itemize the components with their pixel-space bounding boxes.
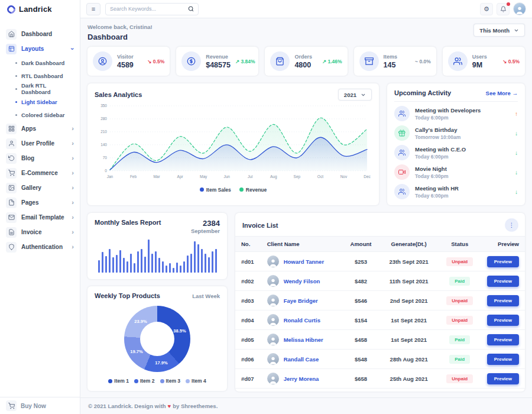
sidebar-subitem-dark-dashboard[interactable]: Dark Dashboard	[0, 56, 80, 69]
bullet-icon	[15, 101, 17, 103]
bullet-icon	[15, 114, 17, 116]
mail-icon	[6, 212, 17, 223]
sidebar-item-pages[interactable]: Pages ›	[0, 195, 80, 210]
period-select[interactable]: This Month	[473, 24, 525, 37]
notifications-button[interactable]	[497, 3, 510, 15]
hamburger-menu-icon[interactable]: ≡	[86, 3, 100, 15]
sidebar-item-user-profile[interactable]: User Profile ›	[0, 136, 80, 151]
preview-button[interactable]: Preview	[487, 256, 519, 267]
activity-item[interactable]: Movie NightToday 6:00pm ↓	[394, 164, 518, 180]
bullet-icon	[15, 88, 17, 90]
brand-logo[interactable]: Landrick	[0, 0, 80, 18]
donut-hole	[140, 322, 174, 356]
sidebar-subitem-light-sidebar[interactable]: Light Sidebar	[0, 95, 80, 108]
chevron-right-icon: ›	[72, 185, 74, 191]
topbar-actions: ⚙	[480, 2, 526, 15]
gear-icon: ⚙	[484, 5, 489, 13]
table-row: #d02 Wendy Filson $482 11th Sept 2021 Pa…	[235, 271, 525, 291]
monthly-sales-period: September	[191, 228, 220, 234]
sidebar-item-label: Gallery	[21, 185, 41, 191]
monthly-sales-value: 2384	[191, 219, 220, 228]
sidebar-item-layouts[interactable]: Layouts ›	[0, 41, 80, 56]
preview-button[interactable]: Preview	[487, 276, 519, 287]
col-client: Client Name	[261, 237, 343, 252]
stat-card-users: Users9M ↘ 0.5%	[443, 47, 525, 76]
preview-button[interactable]: Preview	[487, 373, 519, 384]
file-icon	[6, 198, 17, 208]
see-more-link[interactable]: See More →	[486, 90, 518, 96]
sidebar-item-label: E-Commerce	[21, 170, 58, 176]
sidebar-item-invoice[interactable]: Invoice ›	[0, 225, 80, 240]
topbar: ≡ ⚙	[80, 0, 532, 18]
client-link[interactable]: Wendy Filson	[284, 278, 320, 284]
client-link[interactable]: Jerry Morena	[284, 376, 319, 382]
year-select[interactable]: 2021	[338, 89, 372, 101]
sidebar-item-label: Pages	[21, 199, 38, 206]
status-badge: Paid	[449, 335, 470, 344]
users-icon	[394, 106, 410, 121]
users-icon	[448, 51, 468, 71]
bullet-icon	[15, 62, 17, 64]
stat-card-revenue: Revenue$48575 ↗ 3.84%	[176, 47, 258, 76]
preview-button[interactable]: Preview	[487, 315, 519, 326]
sidebar-item-email-template[interactable]: Email Template ›	[0, 210, 80, 225]
activity-item[interactable]: Cally's BirthdayTomorrow 10:00am ↓	[394, 125, 518, 141]
avatar	[267, 373, 279, 384]
chevron-right-icon: ›	[72, 170, 74, 176]
status-badge: Paid	[449, 355, 470, 364]
sidebar-subitem-rtl-dashboard[interactable]: RTL Dashboard	[0, 69, 80, 82]
layout-icon	[6, 44, 17, 54]
arrow-down-icon: ↓	[515, 150, 518, 156]
table-row: #d06 Randall Case $548 28th Aug 2021 Pai…	[235, 350, 525, 369]
user-avatar[interactable]	[513, 2, 526, 15]
avatar	[267, 295, 279, 306]
table-row: #d01 Howard Tanner $253 23th Sept 2021 U…	[235, 252, 525, 271]
sidebar-item-blog[interactable]: Blog ›	[0, 151, 80, 166]
client-link[interactable]: Faye Bridger	[284, 297, 318, 304]
trend-badge: ↗ 3.84%	[235, 59, 255, 64]
activity-item[interactable]: Meeting with DevelopersToday 6:00pm ↑	[394, 106, 518, 121]
sidebar-subitem-dark-rtl-dashboard[interactable]: Dark RTL Dashboard	[0, 82, 80, 95]
image-icon	[6, 183, 17, 193]
sidebar-item-gallery[interactable]: Gallery ›	[0, 180, 80, 195]
client-link[interactable]: Melissa Hibner	[284, 337, 323, 343]
trend-badge: ↘ 0.5%	[147, 59, 164, 64]
status-badge: Unpaid	[446, 296, 473, 305]
more-vertical-icon[interactable]: ⋮	[505, 219, 518, 231]
content-area: Welcome back, Cristina! Dashboard This M…	[80, 18, 532, 397]
preview-button[interactable]: Preview	[487, 295, 519, 306]
activity-item[interactable]: Meeting with HRToday 6:00pm ↓	[394, 184, 518, 199]
sales-line-chart: 070140210280350JanFebMarAprMayJunJulAugS…	[95, 102, 372, 186]
search-input[interactable]	[110, 6, 188, 12]
sidebar-item-ecommerce[interactable]: E-Commerce ›	[0, 166, 80, 180]
sidebar-item-label: User Profile	[21, 140, 54, 147]
client-link[interactable]: Howard Tanner	[284, 258, 324, 265]
activity-item[interactable]: Meeting with C.E.OToday 6:00pm ↓	[394, 145, 518, 160]
file-text-icon	[6, 227, 17, 238]
copyright-suffix: by Shreethemes.	[173, 403, 218, 409]
legend-dot-revenue	[239, 187, 244, 192]
sidebar-item-authentication[interactable]: Authentication ›	[0, 240, 80, 254]
settings-button[interactable]: ⚙	[480, 3, 493, 15]
buy-now-button[interactable]: Buy Now	[0, 397, 80, 414]
preview-button[interactable]: Preview	[487, 334, 519, 345]
sidebar-subitem-colored-sidebar[interactable]: Colored Sidebar	[0, 108, 80, 121]
user-icon	[6, 138, 17, 149]
trend-down-icon: ↘	[502, 59, 507, 64]
main-column: ≡ ⚙ Welcome back, Cristina! Da	[80, 0, 532, 414]
status-badge: Unpaid	[446, 316, 473, 325]
sidebar-item-label: Layouts	[21, 46, 44, 52]
footer: © 2021 Landrick. Design with ♥ by Shreet…	[80, 397, 532, 414]
table-row: #d05 Melissa Hibner $458 1st Sept 2021 P…	[235, 330, 525, 350]
trend-up-icon: ↗	[322, 59, 326, 64]
avatar	[267, 353, 279, 365]
search-box	[105, 3, 199, 15]
preview-button[interactable]: Preview	[487, 354, 519, 365]
svg-text:210: 210	[100, 130, 107, 134]
sidebar-item-dashboard[interactable]: Dashboard	[0, 27, 80, 41]
sidebar-item-label: Dashboard	[21, 31, 52, 37]
client-link[interactable]: Ronald Curtis	[284, 317, 320, 324]
svg-text:Sep: Sep	[294, 174, 301, 179]
client-link[interactable]: Randall Case	[284, 356, 319, 363]
sidebar-item-apps[interactable]: Apps ›	[0, 121, 80, 136]
